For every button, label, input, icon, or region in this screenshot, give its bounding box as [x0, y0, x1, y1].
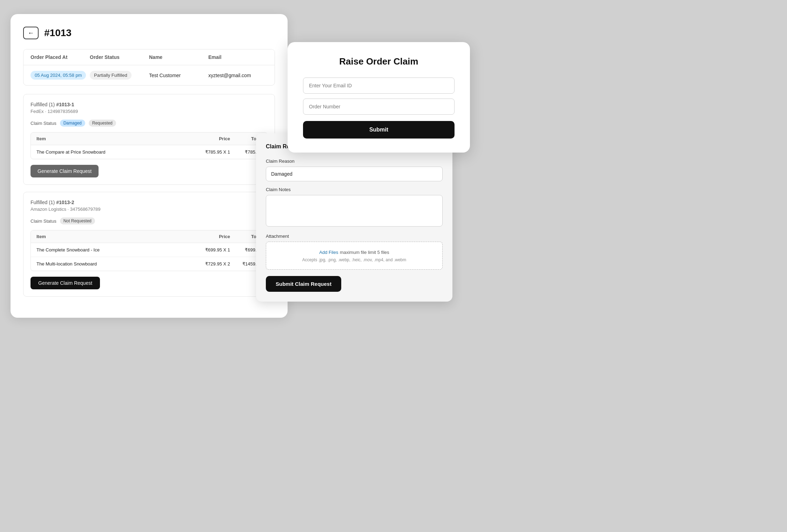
customer-name: Test Customer: [149, 73, 208, 78]
item-price-2-1: ₹729.95 X 2: [184, 261, 230, 267]
fulfillment-carrier-1: FedEx · 124987835689: [31, 109, 268, 114]
order-info-table: Order Placed At Order Status Name Email …: [23, 49, 275, 86]
order-info-row: 05 Aug 2024, 05:58 pm Partially Fulfille…: [23, 65, 275, 85]
submit-button[interactable]: Submit: [303, 121, 455, 139]
claim-reason-input[interactable]: [266, 167, 443, 181]
table-row: The Multi-location Snowboard ₹729.95 X 2…: [31, 257, 267, 271]
raise-claim-modal: Raise Order Claim Submit: [288, 42, 470, 153]
claim-reason-label: Claim Reason: [266, 159, 443, 164]
customer-email: xyztest@gmail.com: [208, 73, 268, 78]
claim-status-label-2: Claim Status: [31, 218, 56, 224]
attachment-accepts-text: Accepts .jpg, .png, .webp, .heic, .mov, …: [273, 257, 435, 262]
claim-notes-label: Claim Notes: [266, 187, 443, 192]
col-header-email: Email: [208, 54, 268, 60]
badge-damaged-1: Damaged: [60, 120, 85, 127]
submit-claim-button[interactable]: Submit Claim Request: [266, 276, 341, 292]
table-row: The Complete Snowboard - Ice ₹699.95 X 1…: [31, 243, 267, 257]
item-col-price: Price: [184, 136, 230, 141]
item-name-2-1: The Multi-location Snowboard: [36, 261, 184, 267]
add-files-link[interactable]: Add Files: [319, 250, 338, 255]
back-button[interactable]: ←: [23, 27, 39, 39]
item-price-2-0: ₹699.95 X 1: [184, 247, 230, 252]
item-price-1-0: ₹785.95 X 1: [184, 149, 230, 155]
col-header-date: Order Placed At: [31, 54, 90, 60]
fulfillment-section-1: Fulfilled (1) #1013-1 FedEx · 1249878356…: [23, 94, 275, 185]
order-info-table-header: Order Placed At Order Status Name Email: [23, 49, 275, 65]
order-status-cell: Partially Fulfilled: [90, 71, 149, 80]
fulfillment-section-2: Fulfilled (1) #1013-2 Amazon Logistics ·…: [23, 192, 275, 297]
attachment-label: Attachment: [266, 234, 443, 239]
items-table-2: Item Price Total The Complete Snowboard …: [31, 230, 268, 271]
claim-status-row-1: Claim Status Damaged Requested: [31, 120, 268, 127]
items-table-1: Item Price Total The Compare at Price Sn…: [31, 132, 268, 159]
item-col-price-2: Price: [184, 234, 230, 239]
col-header-status: Order Status: [90, 54, 149, 60]
col-header-name: Name: [149, 54, 208, 60]
badge-not-requested-2: Not Requested: [60, 217, 95, 224]
items-table-header-2: Item Price Total: [31, 230, 267, 243]
items-table-header-1: Item Price Total: [31, 133, 267, 145]
order-card: ← #1013 Order Placed At Order Status Nam…: [11, 14, 288, 318]
claim-status-label-1: Claim Status: [31, 121, 56, 126]
item-name-1-0: The Compare at Price Snowboard: [36, 149, 184, 155]
badge-requested-1: Requested: [89, 120, 116, 127]
order-number-input[interactable]: [303, 99, 455, 115]
claim-notes-textarea[interactable]: [266, 195, 443, 227]
raise-claim-title: Raise Order Claim: [303, 56, 455, 67]
email-input[interactable]: [303, 78, 455, 94]
item-col-item-2: Item: [36, 234, 184, 239]
generate-claim-btn-1[interactable]: Generate Claim Request: [31, 165, 99, 177]
fulfillment-title-1: Fulfilled (1) #1013-1: [31, 101, 268, 107]
order-header: ← #1013: [23, 27, 275, 39]
generate-claim-btn-2[interactable]: Generate Claim Request: [31, 277, 100, 289]
claim-request-panel: Claim Request × Claim Reason Claim Notes…: [256, 133, 452, 302]
table-row: The Compare at Price Snowboard ₹785.95 X…: [31, 145, 267, 159]
claim-status-row-2: Claim Status Not Requested: [31, 217, 268, 224]
max-files-value: maximum file limit 5 files: [340, 250, 389, 255]
attachment-area[interactable]: Add Files maximum file limit 5 files Acc…: [266, 242, 443, 270]
order-status-badge: Partially Fulfilled: [90, 71, 132, 80]
date-value: 05 Aug 2024, 05:58 pm: [31, 71, 86, 80]
fulfillment-title-2: Fulfilled (1) #1013-2: [31, 199, 268, 205]
fulfillment-carrier-2: Amazon Logistics · 347568679789: [31, 207, 268, 212]
order-date-badge: 05 Aug 2024, 05:58 pm: [31, 71, 90, 80]
attachment-upload-prompt: Add Files maximum file limit 5 files: [273, 249, 435, 255]
item-name-2-0: The Complete Snowboard - Ice: [36, 247, 184, 252]
item-col-item: Item: [36, 136, 184, 141]
order-title: #1013: [44, 27, 72, 39]
